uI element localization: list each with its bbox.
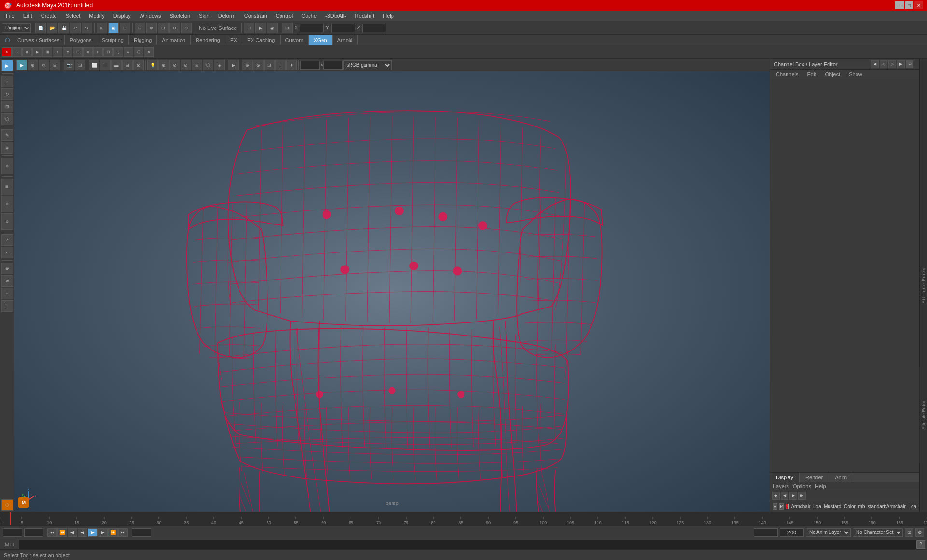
- vp-layout-1[interactable]: ⬜: [89, 60, 99, 70]
- vp-layout-4[interactable]: ⊟: [122, 60, 133, 70]
- tool-b[interactable]: ⊗: [1, 275, 13, 287]
- next-frame-btn[interactable]: ⏩: [108, 528, 118, 537]
- tab-polygons[interactable]: Polygons: [65, 35, 97, 45]
- render-btn[interactable]: ▶: [255, 23, 266, 33]
- menu-cache[interactable]: Cache: [297, 11, 321, 21]
- open-scene-btn[interactable]: 📂: [47, 23, 57, 33]
- layer-vp-p[interactable]: P: [779, 503, 784, 510]
- shelf-btn-1[interactable]: X: [2, 47, 12, 57]
- undo-btn[interactable]: ↩: [70, 23, 81, 33]
- tab-xgen[interactable]: XGen: [309, 35, 332, 45]
- vp-cam-btn[interactable]: 📷: [64, 60, 74, 70]
- ch-nav-4[interactable]: ▶: [897, 60, 905, 68]
- tool-d[interactable]: ⋮: [1, 300, 13, 312]
- menu-deform[interactable]: Deform: [214, 11, 239, 21]
- shelf-btn-14[interactable]: ⬡: [134, 47, 143, 57]
- tab-rendering[interactable]: Rendering: [191, 35, 225, 45]
- menu-display[interactable]: Display: [110, 11, 135, 21]
- snap-live-btn[interactable]: ⊙: [181, 23, 192, 33]
- tab-channels[interactable]: Channels: [772, 70, 802, 78]
- range-end-input[interactable]: 120: [132, 528, 151, 537]
- shelf-btn-9[interactable]: ⊗: [83, 47, 93, 57]
- prev-key-btn[interactable]: ◀: [68, 528, 77, 537]
- vp-shade-5[interactable]: ⬡: [203, 60, 213, 70]
- go-start-btn[interactable]: ⏮: [47, 528, 57, 537]
- vp-layout-3[interactable]: ▬: [111, 60, 122, 70]
- shelf-btn-5[interactable]: ⊞: [42, 47, 52, 57]
- snap-curve-btn[interactable]: ⊕: [146, 23, 157, 33]
- pt-next-key[interactable]: ⏭: [798, 492, 806, 500]
- shelf-btn-13[interactable]: ≡: [124, 47, 133, 57]
- tool-nudge-d[interactable]: ↙: [1, 247, 13, 258]
- vp-scale-btn[interactable]: ⊞: [50, 60, 60, 70]
- select-by-hier[interactable]: ⊞: [97, 23, 107, 33]
- shelf-btn-11[interactable]: ⊡: [103, 47, 113, 57]
- close-button[interactable]: ✕: [914, 1, 923, 9]
- minimize-button[interactable]: —: [895, 1, 904, 9]
- vp-shade-3[interactable]: ⊙: [181, 60, 191, 70]
- redo-btn[interactable]: ↪: [82, 23, 92, 33]
- vp-lighting[interactable]: 💡: [147, 60, 158, 70]
- shelf-btn-4[interactable]: ▶: [32, 47, 42, 57]
- gamma-val1[interactable]: 0.00: [300, 61, 320, 70]
- tool-snap-pt2[interactable]: ⊙: [1, 213, 13, 230]
- snap-pt-btn[interactable]: ⊡: [158, 23, 169, 33]
- tool-universal[interactable]: ⬡: [1, 113, 13, 125]
- tab-arnold[interactable]: Arnold: [333, 35, 358, 45]
- ipr-btn[interactable]: ◉: [267, 23, 278, 33]
- gamma-select[interactable]: sRGB gamma: [343, 60, 392, 70]
- tool-scale[interactable]: ⊞: [1, 101, 13, 112]
- panel-tab-display[interactable]: Display: [770, 473, 800, 482]
- new-scene-btn[interactable]: 📄: [35, 23, 46, 33]
- tool-a[interactable]: ⊕: [1, 263, 13, 274]
- tab-rigging[interactable]: Rigging: [129, 35, 157, 45]
- layer-item[interactable]: V P Armchair_Loa_Mustard_Color_mb_standa…: [770, 501, 919, 512]
- panel-tab-render[interactable]: Render: [800, 473, 829, 482]
- char-set-btn[interactable]: ⊡: [905, 528, 913, 537]
- y-input[interactable]: [331, 24, 355, 32]
- tool-manip[interactable]: ⊕: [1, 158, 13, 174]
- tool-maya-logo[interactable]: ⬡: [1, 499, 13, 511]
- rigging-dropdown[interactable]: Rigging: [2, 23, 31, 33]
- tool-paint[interactable]: ◈: [1, 142, 13, 154]
- char-set-select[interactable]: No Character Set: [853, 528, 903, 537]
- maximize-button[interactable]: □: [905, 1, 913, 9]
- ch-settings[interactable]: ⚙: [906, 60, 913, 68]
- grid-btn[interactable]: ⊞: [282, 23, 293, 33]
- vp-select-btn[interactable]: ▶: [16, 60, 27, 70]
- shelf-btn-12[interactable]: ⋮: [113, 47, 123, 57]
- mel-input[interactable]: [19, 540, 916, 549]
- tab-fx[interactable]: FX: [225, 35, 242, 45]
- sub-tab-layers[interactable]: Layers: [773, 483, 789, 489]
- pt-prev-key[interactable]: ⏮: [772, 492, 780, 500]
- snap-view-btn[interactable]: ⊗: [169, 23, 180, 33]
- vp-snap-3[interactable]: ⊡: [264, 60, 275, 70]
- menu-help[interactable]: Help: [379, 11, 398, 21]
- tab-show[interactable]: Show: [845, 70, 866, 78]
- menu-modify[interactable]: Modify: [85, 11, 108, 21]
- something-input[interactable]: [780, 528, 804, 537]
- playback-end-input[interactable]: 120: [754, 528, 778, 537]
- timeline-container[interactable]: 1510152025303540455055606570758085909510…: [0, 512, 927, 525]
- play-fwd-btn[interactable]: ▶: [88, 528, 98, 537]
- next-key-btn[interactable]: ▶: [98, 528, 108, 537]
- menu-redshift[interactable]: Redshift: [351, 11, 378, 21]
- select-by-obj[interactable]: ▣: [108, 23, 119, 33]
- save-scene-btn[interactable]: 💾: [58, 23, 69, 33]
- tool-move[interactable]: ↕: [1, 76, 13, 87]
- current-frame-input[interactable]: 1: [24, 528, 43, 537]
- tool-select[interactable]: ▶: [1, 60, 13, 71]
- tool-rotate[interactable]: ↻: [1, 88, 13, 100]
- x-input[interactable]: [300, 24, 324, 32]
- vp-shade-2[interactable]: ⊗: [169, 60, 180, 70]
- tab-object[interactable]: Object: [821, 70, 844, 78]
- tool-nudge-u[interactable]: ↗: [1, 234, 13, 246]
- tool-edit[interactable]: ✎: [1, 129, 13, 141]
- vp-move-btn[interactable]: ⊕: [28, 60, 38, 70]
- attr-editor-label[interactable]: Attribute Editor: [919, 367, 927, 463]
- vp-layout-2[interactable]: ⬛: [100, 60, 111, 70]
- vp-snap-2[interactable]: ⊗: [253, 60, 264, 70]
- vp-snap-5[interactable]: ✦: [286, 60, 297, 70]
- play-back-btn[interactable]: ◀: [78, 528, 87, 537]
- menu-edit[interactable]: Edit: [19, 11, 36, 21]
